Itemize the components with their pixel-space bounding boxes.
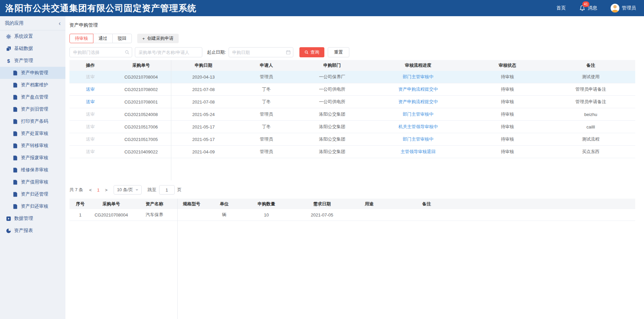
cell-review-status: 待审核 [469,96,546,108]
flow-status-link[interactable]: 资产申购流程提交中 [399,86,438,92]
table-row[interactable]: 送审CG202105170062021-05-17丁冬洛阳公交集团机关主管领导审… [69,121,635,133]
cell-remark: 测试使用 [582,74,599,80]
sidebar-item-资产管理[interactable]: $资产管理 [0,55,65,67]
reset-button[interactable]: 重置 [328,47,349,57]
cell-applicant: 管理员 [236,108,297,120]
flow-status-link[interactable]: 机关主管领导审核中 [399,124,438,130]
cell-department: 洛阳公交集团 [319,149,345,155]
jump-page-input[interactable] [159,185,175,195]
table-row[interactable]: 送审CG202105170052021-05-17管理员洛阳公交集团部门主管审核… [69,133,635,146]
cell-applicant: 丁冬 [236,96,297,108]
play-icon [6,216,11,221]
send-review-link: 送审 [69,133,111,145]
sidebar-item-资产转移审核[interactable]: 资产转移审核 [0,140,65,152]
doc-icon [13,155,18,161]
cell-review-status: 待审核 [469,83,546,95]
sidebar-item-资产报废审核[interactable]: 资产报废审核 [0,152,65,164]
tab-驳回[interactable]: 驳回 [112,34,132,43]
detail-column-header: 单位 [206,199,243,209]
dept-select-input[interactable] [69,47,132,57]
sidebar-item-资产折旧管理[interactable]: 资产折旧管理 [0,103,65,115]
detail-table-row: 1CG20210708004汽车保养辆102021-07-05 [69,209,635,221]
sidebar-item-资产申购管理[interactable]: 资产申购管理 [0,67,65,79]
table-row[interactable]: 送审CG202107080042020-04-13管理员一公司保养厂部门主管审核… [69,71,635,83]
nav-messages[interactable]: 41 消息 [579,5,597,11]
doc-icon [13,180,18,185]
sidebar-item-资产归还审核[interactable]: 资产归还审核 [0,200,65,212]
detail-header-row: 序号采购单号资产名称规格型号单位申购数量需求日期用途备注 [69,199,635,209]
keyword-input[interactable] [135,47,202,57]
doc-icon [13,95,18,100]
send-review-link: 送审 [86,136,95,142]
doc-icon [13,192,18,197]
sidebar-collapse-icon[interactable]: ‹ [59,20,61,26]
flow-status-link[interactable]: 部门主管审核中 [403,74,434,80]
sidebar-item-系统设置[interactable]: 系统设置 [0,30,65,42]
cell-department: 洛阳公交集团 [297,108,368,120]
table-header-row: 操作采购单号申购日期申请人申购部门审核流程进度审核状态备注 [69,60,635,71]
tab-通过[interactable]: 通过 [93,34,113,43]
table-row[interactable]: 送审CG202107080022021-07-08丁冬一公司供电所资产申购流程提… [69,83,635,96]
cell-remark: 管理员申请备注 [546,83,635,95]
detail-column-header: 采购单号 [91,199,131,209]
cell-department: 一公司供电所 [319,99,345,105]
cell-seq: 1 [69,209,91,221]
send-review-link[interactable]: 送审 [86,86,95,92]
cell-review-status: 待审核 [501,124,514,130]
sidebar-item-数据管理[interactable]: 数据管理 [0,212,65,225]
tab-待审核[interactable]: 待审核 [69,34,93,43]
flow-status-link: 主管领导审核退回 [368,146,469,158]
send-review-link: 送审 [86,111,95,117]
user-menu[interactable]: 管理员 [611,4,636,12]
sidebar-item-资产报表[interactable]: 资产报表 [0,225,65,237]
sidebar: 我的应用 ‹ 系统设置基础数据$资产管理资产申购管理资产档案维护资产盘点管理资产… [0,16,65,319]
cell-order-no: CG20210517005 [124,137,158,142]
sidebar-item-资产盘点管理[interactable]: 资产盘点管理 [0,91,65,103]
cell-department: 一公司供电所 [297,83,368,95]
sidebar-item-资产档案维护[interactable]: 资产档案维护 [0,79,65,91]
page-size-select[interactable]: 10 条/页 [114,185,142,195]
flow-status-link[interactable]: 部门主管审核中 [403,111,434,117]
table-row[interactable]: 送审CG202107080012021-07-08丁冬一公司供电所资产申购流程提… [69,96,635,108]
cell-remark [384,209,469,221]
cell-purchase-date: 2021-05-17 [192,124,215,129]
cell-review-status: 待审核 [469,121,546,133]
sidebar-item-维修保养审核[interactable]: 维修保养审核 [0,164,65,176]
cell-remark: cailll [586,124,595,129]
page-number-1[interactable]: 1 [94,187,102,193]
sidebar-item-资产归还管理[interactable]: 资产归还管理 [0,188,65,200]
column-header: 备注 [546,60,635,71]
flow-status-link: 部门主管审核中 [368,133,469,145]
doc-icon [13,131,18,136]
table-row[interactable]: 送审CG202104090222021-04-09管理员洛阳公交集团主管领导审核… [69,146,635,158]
flow-status-link[interactable]: 资产申购流程提交中 [399,99,438,105]
cell-review-status: 待审核 [501,74,514,80]
purchase-date-input[interactable] [229,47,293,57]
dept-select-wrap [69,47,132,57]
table-row[interactable]: 送审CG202105240082021-05-24管理员洛阳公交集团部门主管审核… [69,108,635,121]
flow-status-link[interactable]: 部门主管审核中 [403,136,434,142]
message-count-badge: 41 [582,1,589,7]
sidebar-item-资产借用审核[interactable]: 资产借用审核 [0,176,65,188]
flow-status-link: 部门主管审核中 [368,71,469,83]
sidebar-item-资产处置审核[interactable]: 资产处置审核 [0,127,65,140]
send-review-link[interactable]: 送审 [86,99,95,105]
send-review-link: 送审 [69,96,111,108]
sidebar-item-label: 打印资产条码 [21,118,48,124]
column-header: 申购日期 [171,60,236,71]
next-page-icon[interactable]: > [102,187,110,193]
sidebar-header: 我的应用 ‹ [0,16,65,30]
send-review-link: 送审 [69,71,111,83]
sidebar-item-label: 维修保养审核 [21,167,48,173]
cell-department: 一公司供电所 [297,96,368,108]
gear-icon [6,34,11,39]
nav-home[interactable]: 首页 [556,5,566,11]
flow-status-link[interactable]: 主管领导审核退回 [401,149,436,155]
cell-asset-name: 汽车保养 [131,209,177,221]
prev-page-icon[interactable]: < [86,187,94,193]
plus-icon: + [142,36,145,41]
sidebar-item-打印资产条码[interactable]: 打印资产条码 [0,115,65,127]
query-button[interactable]: 查询 [299,47,324,57]
sidebar-item-基础数据[interactable]: 基础数据 [0,42,65,55]
create-purchase-button[interactable]: + 创建采购申请 [137,34,179,43]
